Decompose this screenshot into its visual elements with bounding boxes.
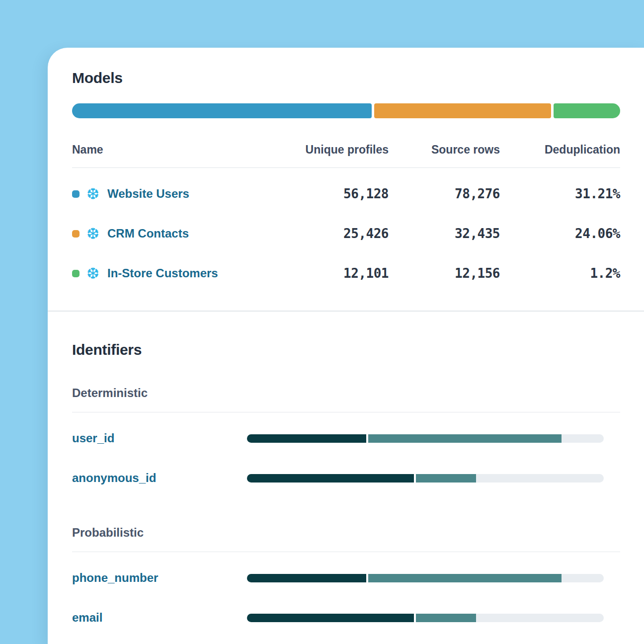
snowflake-icon: ❆ bbox=[86, 266, 99, 281]
models-stacked-bar bbox=[72, 103, 620, 118]
source-rows-value: 12,156 bbox=[389, 266, 500, 281]
model-name-link[interactable]: CRM Contacts bbox=[107, 227, 189, 241]
models-table-header: Name Unique profiles Source rows Dedupli… bbox=[72, 143, 620, 168]
identifier-bar-track bbox=[247, 434, 604, 443]
bar-segment-partial bbox=[416, 614, 476, 622]
identifier-name-link[interactable]: anonymous_id bbox=[72, 471, 247, 485]
bar-segment-resolved bbox=[247, 614, 414, 622]
model-name-cell: ❆ CRM Contacts bbox=[72, 226, 269, 242]
identifier-name-link[interactable]: email bbox=[72, 611, 247, 625]
deduplication-value: 1.2% bbox=[500, 266, 620, 281]
identifier-name-link[interactable]: user_id bbox=[72, 431, 247, 445]
snowflake-icon: ❆ bbox=[86, 226, 99, 242]
divider bbox=[72, 552, 620, 552]
model-name-link[interactable]: Website Users bbox=[107, 187, 189, 201]
unique-profiles-value: 25,426 bbox=[269, 226, 389, 241]
table-row: ❆ Website Users 56,128 78,276 31.21% bbox=[72, 174, 620, 214]
table-row: ❆ CRM Contacts 25,426 32,435 24.06% bbox=[72, 214, 620, 253]
unique-profiles-value: 56,128 bbox=[269, 186, 389, 201]
bar-segment-resolved bbox=[247, 574, 366, 582]
models-section-title: Models bbox=[72, 70, 620, 86]
model-name-link[interactable]: In-Store Customers bbox=[107, 266, 218, 280]
identifier-bar-track bbox=[247, 614, 604, 622]
identifier-name-link[interactable]: phone_number bbox=[72, 571, 247, 585]
stacked-bar-segment-crm-contacts[interactable] bbox=[374, 103, 551, 118]
col-header-name: Name bbox=[72, 143, 269, 157]
models-table-body: ❆ Website Users 56,128 78,276 31.21% ❆ C… bbox=[72, 174, 620, 293]
identifiers-section: Identifiers Deterministic user_id anonym… bbox=[48, 312, 644, 638]
identifier-row: phone_number bbox=[72, 558, 620, 598]
identifiers-section-title: Identifiers bbox=[72, 341, 620, 358]
identifier-group: Probabilistic phone_number email bbox=[72, 526, 620, 638]
identifier-group-rows: phone_number email bbox=[72, 558, 620, 638]
table-row: ❆ In-Store Customers 12,101 12,156 1.2% bbox=[72, 253, 620, 293]
col-header-source-rows: Source rows bbox=[389, 143, 500, 157]
models-section: Models Name Unique profiles Source rows … bbox=[48, 48, 644, 293]
snowflake-icon: ❆ bbox=[86, 186, 99, 202]
identifier-group: Deterministic user_id anonymous_id bbox=[72, 386, 620, 498]
deduplication-value: 31.21% bbox=[500, 186, 620, 201]
divider bbox=[72, 412, 620, 412]
stacked-bar-segment-in-store-customers[interactable] bbox=[554, 103, 620, 118]
stacked-bar-segment-website-users[interactable] bbox=[72, 103, 372, 118]
main-card: Models Name Unique profiles Source rows … bbox=[48, 48, 644, 644]
bar-segment-resolved bbox=[247, 434, 366, 443]
model-color-marker bbox=[72, 270, 80, 277]
source-rows-value: 32,435 bbox=[389, 226, 500, 241]
col-header-deduplication: Deduplication bbox=[500, 143, 620, 157]
model-color-marker bbox=[72, 190, 80, 198]
bar-segment-partial bbox=[416, 474, 476, 483]
identifier-group-label: Probabilistic bbox=[72, 526, 620, 540]
identifier-row: email bbox=[72, 598, 620, 638]
identifier-group-label: Deterministic bbox=[72, 386, 620, 400]
identifier-row: user_id bbox=[72, 418, 620, 458]
identifier-bar-track bbox=[247, 474, 604, 483]
identifier-row: anonymous_id bbox=[72, 458, 620, 498]
bar-segment-resolved bbox=[247, 474, 414, 483]
model-name-cell: ❆ In-Store Customers bbox=[72, 266, 269, 281]
col-header-unique-profiles: Unique profiles bbox=[269, 143, 389, 157]
identifier-bar-track bbox=[247, 574, 604, 582]
model-name-cell: ❆ Website Users bbox=[72, 186, 269, 202]
deduplication-value: 24.06% bbox=[500, 226, 620, 241]
source-rows-value: 78,276 bbox=[389, 186, 500, 201]
bar-segment-partial bbox=[368, 574, 562, 582]
model-color-marker bbox=[72, 230, 80, 238]
identifier-groups: Deterministic user_id anonymous_id Proba… bbox=[72, 386, 620, 638]
unique-profiles-value: 12,101 bbox=[269, 266, 389, 281]
bar-segment-partial bbox=[368, 434, 562, 443]
identifier-group-rows: user_id anonymous_id bbox=[72, 418, 620, 498]
